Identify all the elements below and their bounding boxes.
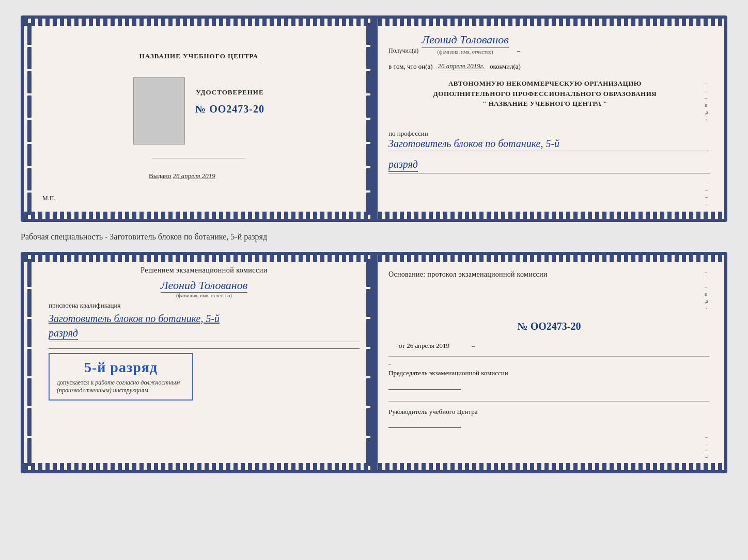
recipient-row: Получил(а) Леонид Толованов (фамилия, им… (388, 33, 710, 55)
photo-placeholder (133, 77, 185, 145)
received-prefix: Получил(а) (388, 47, 418, 55)
org-line1: АВТОНОМНУЮ НЕКОММЕРЧЕСКУЮ ОРГАНИЗАЦИЮ (388, 78, 702, 89)
center-head-block: Руководитель учебного Центра (388, 401, 710, 428)
doc2-right-panel: Основание: протокол экзаменационной коми… (374, 255, 724, 470)
doc2-left-panel: Решением экзаменационной комиссии Леонид… (24, 255, 374, 470)
dash-1: – (517, 46, 521, 55)
right-edge-labels: – – – – (388, 181, 710, 206)
left-decoration-1 (24, 19, 35, 219)
confirmed-date: 26 апреля 2019г. (438, 62, 485, 71)
side-labels-2: – – – и ,а ← (705, 269, 710, 311)
decision-title: Решением экзаменационной комиссии (49, 265, 360, 276)
side-lines: – – – и ,а ← (705, 78, 710, 122)
profession-prefix: по профессии (388, 130, 710, 138)
document-card-1: НАЗВАНИЕ УЧЕБНОГО ЦЕНТРА УДОСТОВЕРЕНИЕ №… (21, 15, 727, 222)
basis-label: Основание: протокол экзаменационной коми… (388, 269, 702, 280)
right-decoration-1 (363, 19, 374, 219)
document-card-2: Решением экзаменационной комиссии Леонид… (21, 252, 727, 473)
training-center-label-1: НАЗВАНИЕ УЧЕБНОГО ЦЕНТРА (139, 52, 259, 61)
org-block: АВТОНОМНУЮ НЕКОММЕРЧЕСКУЮ ОРГАНИЗАЦИЮ ДО… (388, 78, 710, 122)
org-line3: " НАЗВАНИЕ УЧЕБНОГО ЦЕНТРА " (388, 99, 702, 109)
person-name: Леонид Толованов (161, 279, 248, 293)
qualification-block: Заготовитель блоков по ботанике, 5-й (49, 312, 360, 325)
chairman-label: Председатель экзаменационной комиссии (388, 368, 710, 378)
person-subtitle: (фамилия, имя, отчество) (176, 293, 232, 298)
profession-value: Заготовитель блоков по ботанике, 5-й (388, 138, 710, 151)
center-head-label: Руководитель учебного Центра (388, 407, 710, 417)
from-date-row: от 26 апреля 2019 – (388, 342, 710, 350)
confirmed-suffix: окончил(а) (490, 62, 521, 71)
doc1-left-panel: НАЗВАНИЕ УЧЕБНОГО ЦЕНТРА УДОСТОВЕРЕНИЕ №… (24, 19, 374, 219)
confirmed-row: в том, что он(а) 26 апреля 2019г. окончи… (388, 62, 710, 71)
cert-number: № OO2473-20 (195, 103, 264, 115)
left-decoration-2 (24, 255, 35, 470)
doc1-right-panel: Получил(а) Леонид Толованов (фамилия, им… (374, 19, 724, 219)
doc2-left-content: Решением экзаменационной комиссии Леонид… (38, 265, 360, 401)
stamp-text-container: допускается к работе согласно должностны… (57, 379, 185, 394)
separator-text: Рабочая специальность - Заготовитель бло… (21, 230, 727, 244)
rank-block-1: разряд (388, 158, 710, 173)
person-block: Леонид Толованов (фамилия, имя, отчество… (49, 279, 360, 298)
issued-date: Выдано 26 апреля 2019 (133, 172, 215, 180)
from-prefix: от (399, 342, 405, 349)
cert-label: УДОСТОВЕРЕНИЕ (196, 88, 263, 97)
stamp-rank: 5-й разряд (84, 359, 158, 376)
basis-row: Основание: протокол экзаменационной коми… (388, 269, 710, 311)
protocol-number: № OO2473-20 (388, 321, 710, 332)
rank-value-1: разряд (388, 158, 418, 172)
recipient-subtitle: (фамилия, имя, отчество) (438, 49, 493, 55)
stamp-text: допускается к (57, 379, 93, 386)
right-decoration-2 (363, 255, 374, 470)
stamp-box: 5-й разряд допускается к работе согласно… (49, 353, 193, 401)
rank-block-2: разряд (49, 327, 360, 349)
doc1-left-content: НАЗВАНИЕ УЧЕБНОГО ЦЕНТРА УДОСТОВЕРЕНИЕ №… (133, 31, 264, 180)
from-date: 26 апреля 2019 (407, 342, 449, 349)
confirmed-prefix: в том, что он(а) (388, 62, 433, 71)
qualification-value: Заготовитель блоков по ботанике, 5-й (49, 312, 360, 325)
chairman-signature (388, 380, 461, 390)
right-edge-labels-2: – – – – (388, 434, 710, 460)
page-container: НАЗВАНИЕ УЧЕБНОГО ЦЕНТРА УДОСТОВЕРЕНИЕ №… (10, 10, 738, 478)
chairman-block: – Председатель экзаменационной комиссии (388, 356, 710, 390)
recipient-name: Леонид Толованов (422, 33, 509, 48)
rank-value-2: разряд (49, 327, 78, 340)
org-line2: ДОПОЛНИТЕЛЬНОГО ПРОФЕССИОНАЛЬНОГО ОБРАЗО… (388, 89, 702, 99)
assigned-label: присвоена квалификация (49, 301, 360, 310)
profession-block: по профессии Заготовитель блоков по бота… (388, 130, 710, 151)
mp-label: М.П. (38, 195, 55, 202)
center-head-signature (388, 419, 461, 428)
